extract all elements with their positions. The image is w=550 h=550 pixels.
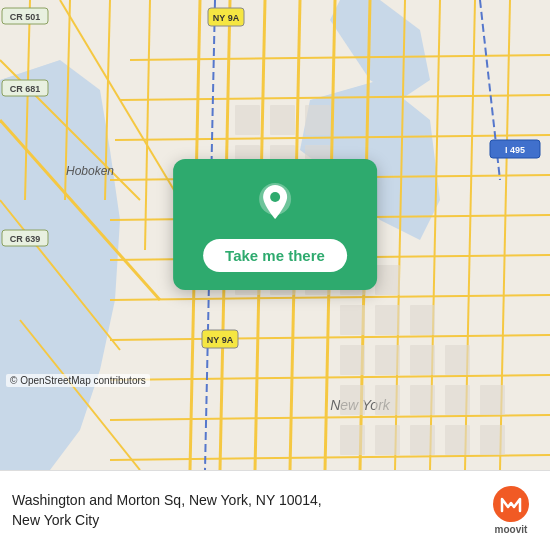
svg-rect-71 <box>410 345 435 375</box>
svg-text:Hoboken: Hoboken <box>66 164 114 178</box>
location-name: Washington and Morton Sq, New York, NY 1… <box>12 492 322 508</box>
location-info: Washington and Morton Sq, New York, NY 1… <box>12 491 474 530</box>
svg-rect-67 <box>375 305 400 335</box>
svg-text:CR 681: CR 681 <box>10 84 41 94</box>
take-me-there-button[interactable]: Take me there <box>203 239 347 272</box>
svg-rect-80 <box>410 425 435 455</box>
svg-rect-77 <box>480 385 505 415</box>
svg-rect-52 <box>235 105 260 135</box>
svg-rect-70 <box>375 345 400 375</box>
svg-rect-68 <box>410 305 435 335</box>
svg-rect-74 <box>375 385 400 415</box>
svg-rect-82 <box>480 425 505 455</box>
svg-rect-75 <box>410 385 435 415</box>
svg-rect-81 <box>445 425 470 455</box>
svg-rect-72 <box>445 345 470 375</box>
location-card: Take me there <box>173 159 377 290</box>
svg-rect-69 <box>340 345 365 375</box>
svg-rect-53 <box>270 105 295 135</box>
svg-text:CR 639: CR 639 <box>10 234 41 244</box>
svg-rect-54 <box>305 105 330 135</box>
svg-text:CR 501: CR 501 <box>10 12 41 22</box>
svg-rect-76 <box>445 385 470 415</box>
osm-credit: © OpenStreetMap contributors <box>6 374 150 387</box>
svg-point-84 <box>270 192 280 202</box>
svg-text:I 495: I 495 <box>505 145 525 155</box>
svg-rect-65 <box>375 265 400 295</box>
pin-icon <box>253 181 297 225</box>
map: CR 501 CR 681 CR 639 NY 9A NY 9A NY 9A I… <box>0 0 550 470</box>
svg-rect-79 <box>375 425 400 455</box>
moovit-text: moovit <box>495 524 528 535</box>
svg-rect-78 <box>340 425 365 455</box>
svg-text:NY 9A: NY 9A <box>207 335 234 345</box>
moovit-icon <box>493 486 529 522</box>
svg-rect-66 <box>340 305 365 335</box>
svg-rect-73 <box>340 385 365 415</box>
moovit-logo: moovit <box>484 486 538 535</box>
bottom-bar: Washington and Morton Sq, New York, NY 1… <box>0 470 550 550</box>
location-city: New York City <box>12 512 99 528</box>
svg-text:NY 9A: NY 9A <box>213 13 240 23</box>
